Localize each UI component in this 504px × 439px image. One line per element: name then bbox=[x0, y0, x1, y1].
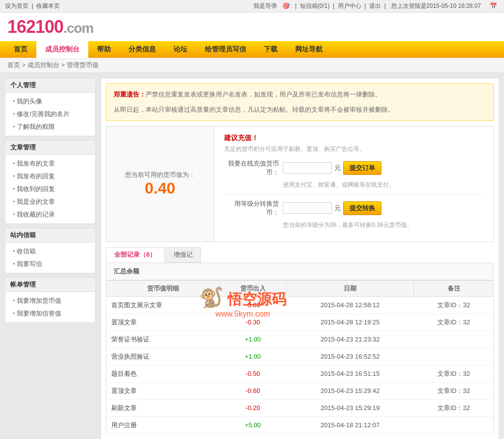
sidebar-item-compose[interactable]: 我要写信 bbox=[5, 258, 95, 270]
currency-label: 您当前可用的货币值为： bbox=[125, 171, 195, 179]
nav-member-control[interactable]: 成员控制台 bbox=[36, 41, 88, 58]
currency-value: 0.40 bbox=[145, 179, 175, 197]
sidebar-item-avatar[interactable]: 我的头像 bbox=[5, 95, 95, 108]
table-container: 🐒 悟空源码 www.5kym.com 全部记录（8） 增值记 汇总余额 货币值… bbox=[101, 247, 499, 439]
table-row: 用户注册+5.002015-04-18 21:12:07 bbox=[106, 416, 494, 434]
table-row: 刷新文章-0.202015-04-23 15:29:19文章ID：32 bbox=[106, 399, 494, 416]
user-center-link[interactable]: 用户中心 bbox=[338, 2, 361, 9]
logout-link[interactable]: 退出 bbox=[369, 2, 381, 9]
cell-date: 2015-04-18 21:12:07 bbox=[286, 416, 414, 434]
sidebar-inbox-items: 收信箱 我要写信 bbox=[5, 243, 96, 273]
recharge-sub: 充足的货币积分可应用于刷新、置顶、购买广告位等。 bbox=[224, 145, 483, 153]
cell-amount: -5.00 bbox=[220, 296, 286, 314]
tab-increase-records[interactable]: 增值记 bbox=[165, 247, 201, 263]
cell-amount: -0.30 bbox=[220, 314, 286, 331]
cell-note: 文章ID：32 bbox=[414, 365, 494, 382]
top-bar-right: 我是导弹 🎯 | 短信箱(0/1) | 用户中心 | 退出 | 您上次登陆是20… bbox=[252, 2, 499, 10]
content-area: 郑重遗告：严禁信息重复发表或更换用户名发表，如发现，用户及所有已发布信息将一律删… bbox=[101, 78, 499, 439]
sidebar-section-account: 帐单管理 bbox=[5, 277, 96, 292]
records-table: 货币值明细 货币出入 日期 备注 首页图文展示文章-5.002015-04-28… bbox=[106, 280, 494, 434]
sidebar-item-my-replies[interactable]: 我发布的回复 bbox=[5, 170, 95, 183]
sidebar-article-items: 我发布的文章 我发布的回复 我收到的回复 我是业的文章 我收藏的记录 bbox=[5, 155, 96, 224]
last-login-text: 您上次登陆是2015-05-10 16:28:07 bbox=[391, 2, 481, 9]
nav-help[interactable]: 帮助 bbox=[88, 41, 120, 58]
cell-date: 2015-04-28 12:19:25 bbox=[286, 314, 414, 331]
sidebar-item-favorites[interactable]: 我收藏的记录 bbox=[5, 208, 95, 221]
notice-info: 从即日起，本站只审核通过高质量的文章信息，凡认定为粘帖、转载的文章将不会被审核并… bbox=[114, 104, 486, 115]
col-header-note: 备注 bbox=[414, 280, 494, 296]
cell-note: 文章ID：32 bbox=[414, 399, 494, 416]
breadcrumb-sep1: > bbox=[22, 61, 27, 69]
breadcrumb-home[interactable]: 首页 bbox=[7, 61, 20, 69]
nav-write-admin[interactable]: 给管理员写信 bbox=[196, 41, 255, 58]
top-bar-left: 设为首页 | 收藏本页 bbox=[5, 2, 60, 10]
online-submit-btn[interactable]: 提交订单 bbox=[343, 161, 381, 175]
nav-forum[interactable]: 论坛 bbox=[165, 41, 196, 58]
table-row: 置顶文章-0.302015-04-28 12:19:25文章ID：32 bbox=[106, 314, 494, 331]
online-input[interactable] bbox=[283, 162, 332, 173]
logo-suffix: .com bbox=[63, 21, 93, 36]
currency-left: 您当前可用的货币值为： 0.40 bbox=[106, 126, 214, 242]
convert-input[interactable] bbox=[283, 202, 332, 214]
tab-all-records[interactable]: 全部记录（8） bbox=[106, 247, 164, 263]
sidebar-item-add-reputation[interactable]: 我要增加信誉值 bbox=[5, 307, 95, 320]
recharge-title: 建议充值！ bbox=[224, 134, 483, 143]
tabs-area: 全部记录（8） 增值记 bbox=[106, 247, 494, 263]
cell-detail: 首页图文展示文章 bbox=[106, 296, 220, 314]
col-header-detail: 货币值明细 bbox=[106, 280, 220, 296]
nav-category[interactable]: 分类信息 bbox=[120, 41, 165, 58]
table-row: 题目着色-0.502015-04-23 16:51:15文章ID：32 bbox=[106, 365, 494, 382]
online-recharge-row: 我要在线充值货币币： 元 提交订单 bbox=[224, 159, 483, 177]
sidebar-item-permissions[interactable]: 了解我的权限 bbox=[5, 121, 95, 133]
nav-home[interactable]: 首页 bbox=[5, 41, 36, 58]
sidebar-section-personal: 个人管理 bbox=[5, 78, 96, 93]
guide-icon: 🎯 bbox=[282, 2, 290, 9]
col-header-date: 日期 bbox=[286, 280, 414, 296]
cell-note bbox=[414, 348, 494, 365]
logo[interactable]: 162100.com bbox=[7, 17, 94, 37]
warn-text: 严禁信息重复发表或更换用户名发表，如发现，用户及所有已发布信息将一律删除。 bbox=[146, 91, 381, 98]
cell-detail: 题目着色 bbox=[106, 365, 220, 382]
sidebar-section-inbox: 站内信箱 bbox=[5, 228, 96, 243]
warn-label: 郑重遗告： bbox=[114, 91, 146, 98]
breadcrumb-current: 管理货币值 bbox=[67, 61, 99, 69]
convert-submit-btn[interactable]: 提交转换 bbox=[343, 201, 381, 215]
col-header-amount: 货币出入 bbox=[220, 280, 286, 296]
breadcrumb: 首页 > 成员控制台 > 管理货币值 bbox=[0, 58, 504, 73]
top-bar: 设为首页 | 收藏本页 我是导弹 🎯 | 短信箱(0/1) | 用户中心 | 退… bbox=[0, 0, 504, 13]
cell-amount: +1.00 bbox=[220, 331, 286, 348]
cell-note: 文章ID：32 bbox=[414, 314, 494, 331]
breadcrumb-member[interactable]: 成员控制台 bbox=[27, 61, 59, 69]
cell-detail: 置顶文章 bbox=[106, 382, 220, 399]
nav-site-nav[interactable]: 网址导航 bbox=[286, 41, 331, 58]
cell-note bbox=[414, 416, 494, 434]
table-row: 营业执照验证+1.002015-04-23 16:52:52 bbox=[106, 348, 494, 365]
nav-download[interactable]: 下载 bbox=[255, 41, 286, 58]
message-link[interactable]: 短信箱(0/1) bbox=[300, 2, 330, 9]
online-hint: 使用支付宝、财富通、或网银等在线支付。 bbox=[283, 181, 483, 189]
currency-right: 建议充值！ 充足的货币积分可应用于刷新、置顶、购买广告位等。 我要在线充值货币币… bbox=[214, 126, 493, 242]
convert-hint: 您当前的等级分为36，最多可转换0.36元货币值。 bbox=[283, 221, 483, 229]
cell-detail: 刷新文章 bbox=[106, 399, 220, 416]
sidebar-section-article: 文章管理 bbox=[5, 140, 96, 155]
sidebar-item-business-articles[interactable]: 我是业的文章 bbox=[5, 195, 95, 208]
cell-detail: 荣誉证书验证 bbox=[106, 331, 220, 348]
online-label: 我要在线充值货币币： bbox=[224, 159, 283, 177]
cell-detail: 置顶文章 bbox=[106, 314, 220, 331]
cell-amount: +5.00 bbox=[220, 416, 286, 434]
sidebar-item-profile[interactable]: 修改/完善我的名片 bbox=[5, 108, 95, 121]
cell-amount: -0.50 bbox=[220, 365, 286, 382]
cell-date: 2015-04-23 15:29:19 bbox=[286, 399, 414, 416]
notice-warn: 郑重遗告：严禁信息重复发表或更换用户名发表，如发现，用户及所有已发布信息将一律删… bbox=[114, 89, 486, 100]
sidebar-item-add-currency[interactable]: 我要增加货币值 bbox=[5, 294, 95, 307]
cell-date: 2015-04-28 12:58:12 bbox=[286, 296, 414, 314]
summary-row: 汇总余额 bbox=[106, 263, 494, 280]
sidebar-item-my-articles[interactable]: 我发布的文章 bbox=[5, 157, 95, 170]
sidebar-item-received-replies[interactable]: 我收到的回复 bbox=[5, 183, 95, 195]
sidebar: 个人管理 我的头像 修改/完善我的名片 了解我的权限 文章管理 我发布的文章 我… bbox=[5, 78, 96, 439]
set-home-link[interactable]: 设为首页 bbox=[5, 2, 28, 9]
sidebar-item-inbox[interactable]: 收信箱 bbox=[5, 245, 95, 258]
sidebar-personal-items: 我的头像 修改/完善我的名片 了解我的权限 bbox=[5, 93, 96, 136]
collect-link[interactable]: 收藏本页 bbox=[36, 2, 60, 9]
online-unit: 元 bbox=[334, 164, 341, 172]
